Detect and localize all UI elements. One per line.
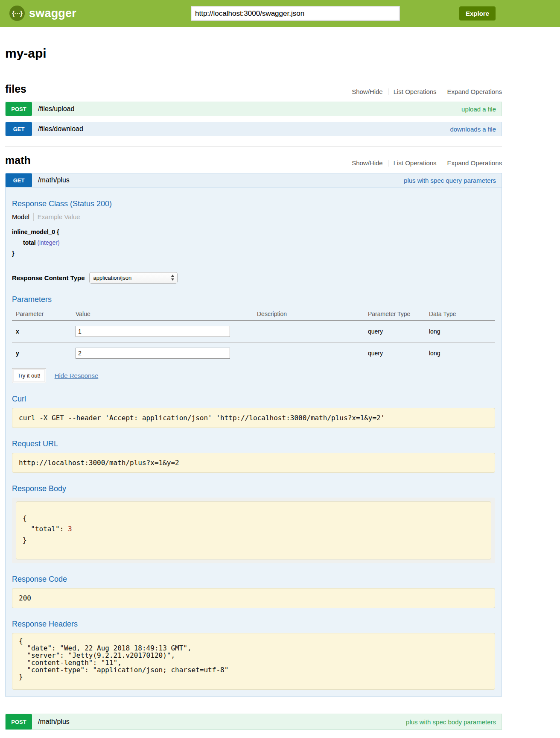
json-number-value: 3: [68, 525, 72, 533]
response-content-type-select[interactable]: application/json: [89, 272, 178, 284]
op-summary-link[interactable]: plus with spec query parameters: [404, 177, 496, 184]
op-path-link[interactable]: /math/plus: [38, 176, 70, 184]
operation-row-post-files-upload: POST /files/upload upload a file: [5, 102, 502, 116]
property-type: (integer): [37, 239, 59, 246]
section-title-files[interactable]: files: [5, 83, 26, 95]
op-summary-link[interactable]: downloads a file: [450, 126, 496, 133]
separator: [388, 88, 388, 95]
param-data-type: long: [425, 342, 495, 364]
select-value: application/json: [93, 275, 132, 281]
col-header-value: Value: [72, 308, 253, 321]
param-data-type: long: [425, 320, 495, 342]
separator: [442, 88, 442, 95]
response-body-code: { "total": 3 }: [16, 501, 491, 560]
section-options-math: Show/Hide List Operations Expand Operati…: [352, 159, 502, 167]
list-operations-link[interactable]: List Operations: [394, 88, 437, 95]
curl-command: curl -X GET --header 'Accept: applicatio…: [12, 408, 495, 428]
try-row: Try it out! Hide Response: [12, 368, 495, 383]
resource-section-math: math Show/Hide List Operations Expand Op…: [5, 146, 502, 730]
parameters-heading: Parameters: [12, 295, 495, 304]
response-content-type-row: Response Content Type application/json: [12, 272, 495, 284]
hide-response-link[interactable]: Hide Response: [55, 372, 99, 379]
http-method-badge: POST: [6, 714, 32, 729]
swagger-url-input[interactable]: [191, 6, 400, 21]
swagger-logo[interactable]: {⋯} swagger: [9, 6, 76, 21]
model-tabs: Model Example Value: [12, 213, 495, 221]
tab-model[interactable]: Model: [12, 213, 29, 220]
response-code-value: 200: [12, 588, 495, 608]
curl-heading: Curl: [12, 395, 495, 404]
curl-section: Curl curl -X GET --header 'Accept: appli…: [12, 395, 495, 428]
response-body-heading: Response Body: [12, 484, 495, 493]
param-name: x: [12, 320, 72, 342]
parameters-section: Parameters Parameter Value Description P…: [12, 295, 495, 383]
col-header-data-type: Data Type: [425, 308, 495, 321]
param-y-input[interactable]: [76, 348, 230, 359]
param-row-y: y query long: [12, 342, 495, 364]
param-type: query: [364, 342, 425, 364]
param-type: query: [364, 320, 425, 342]
separator: [388, 160, 388, 167]
http-method-badge: GET: [6, 173, 32, 187]
expand-operations-link[interactable]: Expand Operations: [447, 88, 502, 95]
swagger-logo-icon: {⋯}: [9, 6, 25, 21]
expand-operations-link[interactable]: Expand Operations: [447, 159, 502, 167]
operation-row-get-math-plus: GET /math/plus plus with spec query para…: [5, 173, 502, 187]
json-open-brace: {: [23, 514, 27, 522]
op-summary-link[interactable]: upload a file: [461, 105, 496, 113]
list-operations-link[interactable]: List Operations: [394, 159, 437, 167]
explore-button[interactable]: Explore: [459, 6, 496, 20]
operation-content-get-math-plus: Response Class (Status 200) Model Exampl…: [5, 187, 502, 697]
main-container: my-api files Show/Hide List Operations E…: [5, 46, 502, 738]
response-code-section: Response Code 200: [12, 575, 495, 608]
operation-row-post-math-plus: POST /math/plus plus with spec body para…: [5, 714, 502, 730]
resource-heading-files: files Show/Hide List Operations Expand O…: [5, 83, 502, 95]
request-url-heading: Request URL: [12, 439, 495, 448]
response-headers-section: Response Headers { "date": "Wed, 22 Aug …: [12, 620, 495, 690]
show-hide-link[interactable]: Show/Hide: [352, 159, 383, 167]
response-headers-code: { "date": "Wed, 22 Aug 2018 18:49:13 GMT…: [12, 633, 495, 690]
param-description: [253, 320, 364, 342]
show-hide-link[interactable]: Show/Hide: [352, 88, 383, 95]
col-header-parameter: Parameter: [12, 308, 72, 321]
brand-name: swagger: [29, 7, 76, 20]
param-description: [253, 342, 364, 364]
param-x-input[interactable]: [76, 326, 230, 337]
response-class-heading: Response Class (Status 200): [12, 199, 495, 208]
tab-example-value[interactable]: Example Value: [38, 213, 80, 220]
api-title: my-api: [5, 46, 502, 61]
col-header-description: Description: [253, 308, 364, 321]
operation-row-get-files-download: GET /files/download downloads a file: [5, 122, 502, 136]
property-name: total: [23, 239, 36, 246]
request-url-section: Request URL http://localhost:3000/math/p…: [12, 439, 495, 473]
response-body-section: Response Body { "total": 3 }: [12, 484, 495, 564]
model-property: total (integer): [23, 237, 495, 248]
op-path-link[interactable]: /files/upload: [38, 105, 74, 113]
model-signature: inline_model_0 { total (integer) }: [12, 227, 495, 259]
section-title-math[interactable]: math: [5, 154, 31, 167]
separator: [33, 213, 34, 221]
param-row-x: x query long: [12, 320, 495, 342]
request-url-value: http://localhost:3000/math/plus?x=1&y=2: [12, 453, 495, 473]
http-method-badge: GET: [6, 122, 32, 136]
model-close-brace: }: [12, 248, 495, 259]
col-header-parameter-type: Parameter Type: [364, 308, 425, 321]
separator: [442, 160, 442, 167]
op-summary-link[interactable]: plus with spec body parameters: [406, 718, 496, 726]
response-code-heading: Response Code: [12, 575, 495, 584]
response-headers-heading: Response Headers: [12, 620, 495, 629]
model-name: inline_model_0 {: [12, 227, 495, 237]
response-content-type-label: Response Content Type: [12, 274, 85, 281]
section-options-files: Show/Hide List Operations Expand Operati…: [352, 88, 502, 95]
op-path-link[interactable]: /files/download: [38, 125, 83, 133]
http-method-badge: POST: [6, 102, 32, 116]
resource-heading-math: math Show/Hide List Operations Expand Op…: [5, 154, 502, 167]
parameters-table: Parameter Value Description Parameter Ty…: [12, 308, 495, 364]
resource-section-files: files Show/Hide List Operations Expand O…: [5, 83, 502, 136]
param-name: y: [12, 342, 72, 364]
json-close-brace: }: [23, 536, 27, 544]
op-path-link[interactable]: /math/plus: [38, 718, 70, 726]
response-body-wrapper: { "total": 3 }: [12, 498, 495, 564]
try-it-out-button[interactable]: Try it out!: [12, 368, 46, 383]
top-bar: {⋯} swagger Explore: [0, 0, 560, 27]
